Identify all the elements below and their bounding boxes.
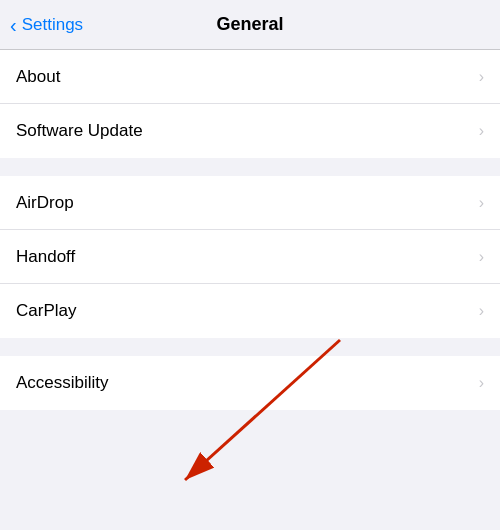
handoff-label: Handoff [16, 247, 75, 267]
menu-item-handoff[interactable]: Handoff › [0, 230, 500, 284]
carplay-chevron-icon: › [479, 302, 484, 320]
nav-bar: ‹ Settings General [0, 0, 500, 50]
back-chevron-icon: ‹ [10, 15, 17, 35]
page-title: General [216, 14, 283, 35]
menu-item-carplay[interactable]: CarPlay › [0, 284, 500, 338]
carplay-label: CarPlay [16, 301, 76, 321]
separator-2 [0, 338, 500, 356]
about-label: About [16, 67, 60, 87]
menu-item-accessibility[interactable]: Accessibility › [0, 356, 500, 410]
menu-item-software-update[interactable]: Software Update › [0, 104, 500, 158]
handoff-chevron-icon: › [479, 248, 484, 266]
software-update-label: Software Update [16, 121, 143, 141]
accessibility-chevron-icon: › [479, 374, 484, 392]
menu-item-about[interactable]: About › [0, 50, 500, 104]
about-chevron-icon: › [479, 68, 484, 86]
separator-1 [0, 158, 500, 176]
section-2: AirDrop › Handoff › CarPlay › [0, 176, 500, 338]
airdrop-chevron-icon: › [479, 194, 484, 212]
software-update-chevron-icon: › [479, 122, 484, 140]
back-label: Settings [22, 15, 83, 35]
accessibility-label: Accessibility [16, 373, 109, 393]
section-3: Accessibility › [0, 356, 500, 410]
airdrop-label: AirDrop [16, 193, 74, 213]
back-button[interactable]: ‹ Settings [10, 15, 83, 35]
menu-item-airdrop[interactable]: AirDrop › [0, 176, 500, 230]
section-1: About › Software Update › [0, 50, 500, 158]
